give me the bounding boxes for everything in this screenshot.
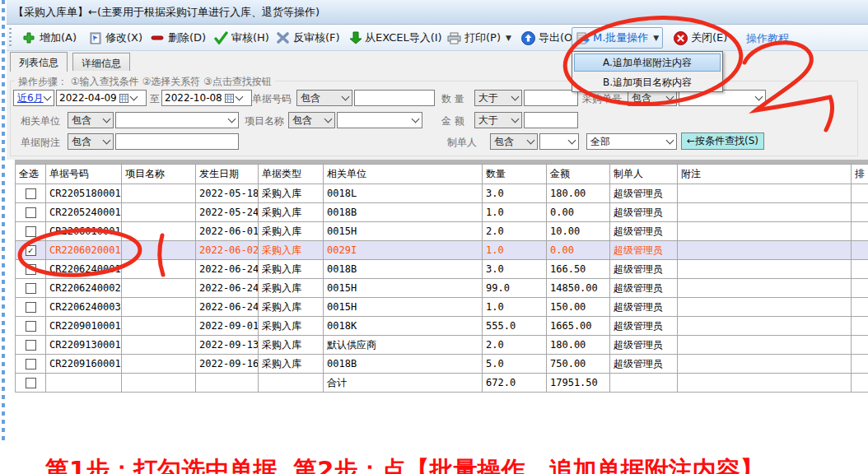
cell-unit: 0018B <box>324 260 483 279</box>
project-operator[interactable]: 包含 <box>288 112 335 128</box>
column-header[interactable]: 发生日期 <box>196 165 259 184</box>
qty-label: 数 量 <box>441 92 464 106</box>
main-toolbar: 操作教程 增加(A)修改(X)删除(D)审核(H)反审核(F)从EXCEL导入(… <box>7 25 868 51</box>
close-button[interactable]: 关闭(E) <box>670 27 730 49</box>
edit-button[interactable]: 修改(X) <box>86 27 146 49</box>
cell-type: 采购入库 <box>259 222 324 241</box>
cell-project <box>122 241 196 260</box>
cell-maker: 超级管理员 <box>610 279 678 298</box>
cell-amount: 0.00 <box>547 241 610 260</box>
bill-no-input[interactable] <box>354 90 435 106</box>
calendar-icon <box>119 94 128 103</box>
maker-select[interactable] <box>539 133 579 150</box>
column-header[interactable]: 排 <box>852 165 868 184</box>
edit-label: 修改(X) <box>105 30 142 45</box>
column-header[interactable]: 单据号码 <box>46 165 122 184</box>
note-label: 单据附注 <box>21 136 60 150</box>
purchase-no-select[interactable] <box>679 90 766 106</box>
column-header[interactable]: 相关单位 <box>324 165 483 184</box>
audit-button[interactable]: 审核(H) <box>211 27 273 49</box>
menu-item-append-project[interactable]: B.追加项目名称内容 <box>574 73 721 91</box>
cell-note <box>678 355 852 374</box>
cell-note <box>678 203 852 222</box>
column-header[interactable]: 金额 <box>547 165 610 184</box>
cell-date: 2022-05-18 <box>196 184 259 203</box>
row-checkbox[interactable] <box>26 226 36 237</box>
column-header[interactable]: 附注 <box>678 165 852 184</box>
toolbar-drag-handle[interactable] <box>9 28 12 48</box>
row-checkbox[interactable] <box>26 302 36 313</box>
menu-item-append-note[interactable]: A.追加单据附注内容 <box>574 53 721 72</box>
qty-input[interactable] <box>524 90 578 106</box>
cell-amount: 17951.50 <box>547 374 610 393</box>
delete-button[interactable]: 删除(D) <box>147 27 209 49</box>
cell-qty: 3.0 <box>483 184 547 203</box>
row-checkbox[interactable] <box>26 340 36 351</box>
cell-code: CR2209130001 <box>46 336 122 355</box>
column-header[interactable]: 全选 <box>16 165 46 184</box>
table-row: CR22091300012022-09-13采购入库默认供应商2.0180.00… <box>16 336 868 355</box>
print-label: 打印(P) <box>464 30 501 45</box>
add-button[interactable]: 增加(A) <box>18 27 80 49</box>
row-checkbox[interactable] <box>26 378 36 388</box>
cell-date: 2022-05-24 <box>196 203 259 222</box>
table-row: CR22090100012022-09-01采购入库0018K555.01665… <box>16 317 868 336</box>
bill-no-label: 单据号码 <box>252 92 292 106</box>
row-checkbox[interactable] <box>26 264 36 275</box>
cell-project <box>122 355 196 374</box>
project-select[interactable] <box>337 112 422 128</box>
row-checkbox[interactable] <box>26 321 36 332</box>
column-header[interactable]: 数量 <box>483 165 547 184</box>
cell-amount: 750.00 <box>547 355 610 374</box>
row-checkbox[interactable] <box>26 359 36 369</box>
cell-note <box>678 279 852 298</box>
search-button[interactable]: ←按条件查找(S) <box>681 132 764 150</box>
cell-maker: 超级管理员 <box>610 184 678 203</box>
excel-import-button[interactable]: 从EXCEL导入(I) <box>347 27 446 49</box>
column-header[interactable]: 制单人 <box>610 165 678 184</box>
purchase-no-operator[interactable]: 包含 <box>628 90 677 106</box>
amount-input[interactable] <box>524 112 578 128</box>
checkbox-cell <box>16 374 46 393</box>
close-circle-icon <box>674 31 688 45</box>
table-total-row: 合计672.017951.50 <box>16 374 868 393</box>
quick-range-select[interactable]: 近6月 <box>13 90 54 106</box>
date-to-picker[interactable]: 2022-10-08 <box>161 90 252 106</box>
chevron-down-icon <box>412 115 420 123</box>
cell-code <box>46 374 122 393</box>
unit-operator[interactable]: 包含 <box>68 112 114 128</box>
unit-select[interactable] <box>115 112 239 128</box>
scope-select[interactable]: 全部 <box>586 133 677 150</box>
cell-note <box>678 374 852 393</box>
tab-detail-info[interactable]: 详细信息 <box>72 53 130 72</box>
cell-type: 采购入库 <box>259 241 324 260</box>
row-checkbox[interactable]: ✓ <box>26 245 36 256</box>
plus-icon <box>21 31 36 44</box>
cell-date: 2022-09-16 <box>196 355 259 374</box>
date-from-picker[interactable]: 2022-04-09 <box>56 90 147 106</box>
table-row: ✓CR22060200012022-06-02采购入库0029I1.00.00超… <box>16 241 868 260</box>
tutorial-link[interactable]: 操作教程 <box>746 31 789 46</box>
add-label: 增加(A) <box>40 30 77 45</box>
cell-maker: 超级管理员 <box>610 317 678 336</box>
row-checkbox[interactable] <box>26 283 36 294</box>
bill-no-operator[interactable]: 包含 <box>296 90 352 106</box>
note-operator[interactable]: 包含 <box>68 133 114 150</box>
tab-list-info[interactable]: 列表信息 <box>10 52 68 72</box>
print-button[interactable]: 打印(P)▼ <box>444 27 515 49</box>
unaudit-button[interactable]: 反审核(F) <box>273 27 343 49</box>
row-checkbox[interactable] <box>26 188 36 199</box>
amount-operator[interactable]: 大于 <box>474 112 522 128</box>
column-header[interactable]: 项目名称 <box>122 165 196 184</box>
row-checkbox[interactable] <box>26 207 36 218</box>
checkbox-cell <box>16 279 46 298</box>
column-header[interactable]: 单据类型 <box>259 165 324 184</box>
cell-amount: 180.00 <box>547 184 610 203</box>
cell-maker: 超级管理员 <box>610 241 678 260</box>
qty-operator[interactable]: 大于 <box>474 90 522 106</box>
window-title-bar: 【采购入库单】←(主要用于根据采购订单进行入库、退货等操作) <box>7 0 868 25</box>
maker-operator[interactable]: 包含 <box>490 133 538 150</box>
cell-qty: 99.0 <box>483 279 547 298</box>
batch-button[interactable]: M.批量操作▼ <box>572 27 663 49</box>
note-input[interactable] <box>115 133 239 150</box>
